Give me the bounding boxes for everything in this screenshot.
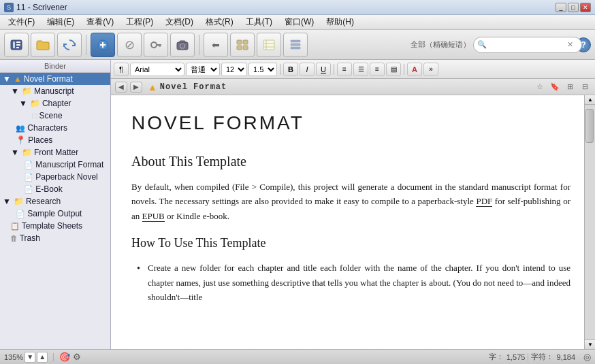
binder-item-trash[interactable]: 🗑 Trash [0,232,110,244]
binder-item-template-sheets[interactable]: 📋 Template Sheets [0,220,110,232]
nav-doc-title: Novel Format [160,82,227,92]
menu-window[interactable]: 窗口(W) [279,15,319,29]
remove-button[interactable]: ⊘ [117,33,142,57]
search-input[interactable] [473,37,582,53]
minimize-button[interactable]: _ [556,3,566,12]
scroll-up-button[interactable]: ▲ [585,95,595,105]
editor-toolbar: ¶ Arial 普通 12 1.5x B I U ≡ ☰ ≡ ▤ A » [111,60,595,79]
binder-label-template-sheets: Template Sheets [22,221,108,231]
svg-rect-18 [243,46,248,50]
document-title: Novel Format [131,109,570,137]
binder-item-research[interactable]: ▼ 📁 Research [0,195,110,208]
template-sheets-icon: 📋 [10,222,20,231]
menu-project[interactable]: 工程(P) [120,15,159,29]
search-clear-button[interactable]: ✕ [567,40,573,49]
tag-button[interactable]: 🔖 [549,82,561,93]
scroll-down-button[interactable]: ▼ [585,340,595,349]
svg-rect-16 [243,40,248,44]
align-justify-button[interactable]: ▤ [386,63,401,76]
font-style-select[interactable]: 普通 [186,63,220,76]
word-count-value: 1,575 [506,353,526,361]
svg-rect-14 [180,41,185,43]
scrollbar[interactable]: ▲ ▼ [584,95,595,349]
binder-label-chapter: Chapter [42,99,108,108]
binder-item-characters[interactable]: 👥 Characters [0,122,110,134]
scroll-thumb[interactable] [585,109,594,143]
settings-icon: ⚙ [73,352,81,362]
characters-icon: 👥 [16,124,25,133]
menu-format[interactable]: 格式(R) [200,15,239,29]
nav-back-button[interactable]: ◀ [115,82,127,93]
outliner-view-button[interactable] [257,33,281,57]
binder-item-manuscript-format[interactable]: 📄 Manuscript Format [0,159,110,171]
underline-button[interactable]: U [316,63,331,76]
binder-item-chapter[interactable]: ▼ 📁 Chapter [0,97,110,110]
sample-output-icon: 📄 [16,210,25,218]
scrivenings-view-button[interactable] [283,33,308,57]
binder-item-sample-output[interactable]: 📄 Sample Output [0,208,110,220]
binder-item-front-matter[interactable]: ▼ 📁 Front Matter [0,146,110,159]
editor-content[interactable]: Novel Format About This Template By defa… [111,95,584,349]
section-about-title: About This Template [131,151,570,171]
status-sep-1 [53,353,54,361]
binder-label-manuscript: Manuscript [34,86,108,96]
font-family-select[interactable]: Arial [130,63,184,76]
paperback-icon: 📄 [24,173,33,182]
binder-item-places[interactable]: 📍 Places [0,134,110,146]
font-color-button[interactable]: A [407,63,422,76]
svg-rect-23 [291,40,300,42]
close-button[interactable]: ✕ [580,3,591,12]
binder-label-sample-output: Sample Output [27,209,108,218]
epub-link[interactable]: EPUB [142,211,165,222]
menu-document[interactable]: 文档(D) [160,15,199,29]
navigate-back-button[interactable]: ⬅ [204,33,228,57]
split-button[interactable]: ⊟ [579,82,591,93]
menu-edit[interactable]: 编辑(E) [42,15,80,29]
menu-tools[interactable]: 工具(T) [240,15,278,29]
scroll-track [585,105,595,340]
align-left-button[interactable]: ≡ [337,63,352,76]
nav-forward-button[interactable]: ▶ [130,82,142,93]
zoom-up-button[interactable]: ▲ [37,352,48,363]
corkboard-view-button[interactable] [230,33,255,57]
word-count-area: 字： 1,575 字符： 9,184 ◎ [489,352,591,362]
snapshot-button[interactable] [170,33,195,57]
line-spacing-select[interactable]: 1.5x [248,63,277,76]
svg-rect-15 [237,40,242,44]
bookmark-button[interactable]: ☆ [534,82,546,93]
paragraph-style-button[interactable]: ¶ [114,63,129,76]
section-about-body: By default, when compiled (File > Compil… [131,180,570,223]
pdf-link[interactable]: PDF [476,196,492,207]
font-size-select[interactable]: 12 [221,63,247,76]
menu-file[interactable]: 文件(F) [3,15,40,29]
manuscript-format-icon: 📄 [24,161,33,169]
align-right-button[interactable]: ≡ [370,63,385,76]
add-button[interactable] [91,33,115,57]
binder-item-manuscript[interactable]: ▼ 📁 Manuscript [0,85,110,97]
more-options-button[interactable]: » [423,63,438,76]
binder-item-paperback-novel[interactable]: 📄 Paperback Novel [0,171,110,183]
search-icon: 🔍 [477,40,487,49]
target-icon: 🎯 [59,352,70,362]
menu-help[interactable]: 帮助(H) [321,15,359,29]
maximize-button[interactable]: □ [568,3,579,12]
binder-toggle-button[interactable] [4,33,29,57]
binder-item-novel-format[interactable]: ▼ ▲ Novel Format [0,73,110,85]
key-button[interactable] [144,33,168,57]
zoom-down-button[interactable]: ▼ [25,352,35,363]
binder-item-scene[interactable]: □ Scene [0,110,110,122]
svg-rect-17 [237,46,242,50]
toolbar-sep-1 [280,64,280,75]
binder-label-paperback-novel: Paperback Novel [35,172,108,182]
window-controls: _ □ ✕ [556,3,591,12]
zoom-value: 135% [4,353,23,361]
folder-button[interactable] [31,33,55,57]
menu-view[interactable]: 查看(V) [81,15,119,29]
binder-item-ebook[interactable]: 📄 E-Book [0,183,110,195]
nav-title-icon: ▲ [148,82,157,93]
align-center-button[interactable]: ☰ [353,63,368,76]
sync-button[interactable] [57,33,82,57]
bold-button[interactable]: B [283,63,298,76]
layout-button[interactable]: ⊞ [564,82,576,93]
italic-button[interactable]: I [300,63,315,76]
